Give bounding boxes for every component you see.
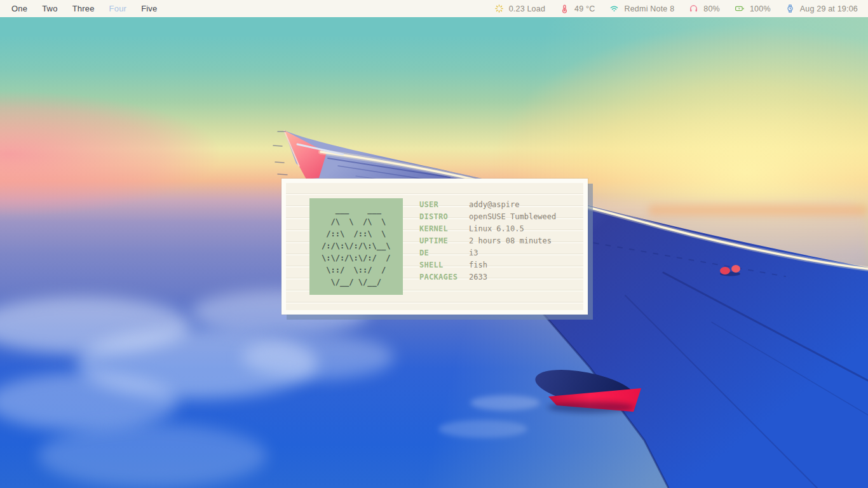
battery-text: 100% bbox=[750, 4, 771, 13]
info-label: USER bbox=[419, 200, 469, 209]
workspace-four[interactable]: Four bbox=[109, 4, 127, 13]
info-row-uptime: UPTIME 2 hours 08 minutes bbox=[419, 234, 556, 247]
thermometer-icon bbox=[560, 4, 569, 13]
workspace-two[interactable]: Two bbox=[42, 4, 57, 13]
system-info-window: ___ ___ /\ \ /\ \ /::\ /::\ \ /:/\:\/:/\… bbox=[281, 179, 588, 315]
watch-icon bbox=[785, 4, 795, 13]
workspace-one[interactable]: One bbox=[11, 4, 27, 13]
network-module: Redmi Note 8 bbox=[609, 4, 674, 13]
workspace-three[interactable]: Three bbox=[72, 4, 95, 13]
info-label: UPTIME bbox=[419, 236, 469, 245]
info-value: 2 hours 08 minutes bbox=[469, 236, 552, 245]
temperature-module: 49 °C bbox=[560, 4, 595, 13]
info-label: KERNEL bbox=[419, 224, 469, 233]
cpu-load-text: 0.23 Load bbox=[509, 4, 545, 13]
info-row-packages: PACKAGES 2633 bbox=[419, 271, 556, 283]
status-modules: 0.23 Load 49 °C Redmi Note 8 bbox=[494, 4, 858, 13]
clock-module: Aug 29 at 19:06 bbox=[785, 4, 858, 13]
info-row-user: USER addy@aspire bbox=[419, 198, 556, 210]
info-row-distro: DISTRO openSUSE Tumbleweed bbox=[419, 210, 556, 222]
ascii-art-logo: ___ ___ /\ \ /\ \ /::\ /::\ \ /:/\:\/:/\… bbox=[309, 198, 403, 288]
clock-text: Aug 29 at 19:06 bbox=[800, 4, 858, 13]
temperature-text: 49 °C bbox=[574, 4, 595, 13]
info-value: openSUSE Tumbleweed bbox=[469, 212, 556, 221]
volume-module: 80% bbox=[689, 4, 720, 13]
network-text: Redmi Note 8 bbox=[624, 4, 674, 13]
system-info-content: ___ ___ /\ \ /\ \ /::\ /::\ \ /:/\:\/:/\… bbox=[286, 183, 583, 310]
battery-charging-icon bbox=[735, 4, 745, 13]
info-value: 2633 bbox=[469, 273, 487, 281]
system-info-table: USER addy@aspire DISTRO openSUSE Tumblew… bbox=[419, 198, 556, 283]
info-label: PACKAGES bbox=[419, 273, 469, 281]
info-label: DISTRO bbox=[419, 212, 469, 221]
wifi-icon bbox=[609, 4, 619, 13]
sun-load-icon bbox=[494, 4, 504, 13]
info-label: SHELL bbox=[419, 261, 469, 269]
top-bar: One Two Three Four Five 0.23 Load 49 °C bbox=[0, 0, 868, 17]
info-value: Linux 6.10.5 bbox=[469, 224, 524, 233]
info-value: addy@aspire bbox=[469, 200, 519, 209]
ascii-logo-box: ___ ___ /\ \ /\ \ /::\ /::\ \ /:/\:\/:/\… bbox=[309, 198, 403, 295]
info-label: DE bbox=[419, 248, 469, 257]
battery-module: 100% bbox=[735, 4, 771, 13]
workspace-switcher: One Two Three Four Five bbox=[11, 4, 157, 13]
workspace-five[interactable]: Five bbox=[141, 4, 157, 13]
cpu-load-module: 0.23 Load bbox=[494, 4, 545, 13]
info-value: fish bbox=[469, 261, 487, 269]
info-row-kernel: KERNEL Linux 6.10.5 bbox=[419, 222, 556, 234]
volume-text: 80% bbox=[703, 4, 720, 13]
info-value: i3 bbox=[469, 248, 478, 257]
info-row-shell: SHELL fish bbox=[419, 259, 556, 271]
headphones-icon bbox=[689, 4, 698, 13]
info-row-de: DE i3 bbox=[419, 247, 556, 259]
